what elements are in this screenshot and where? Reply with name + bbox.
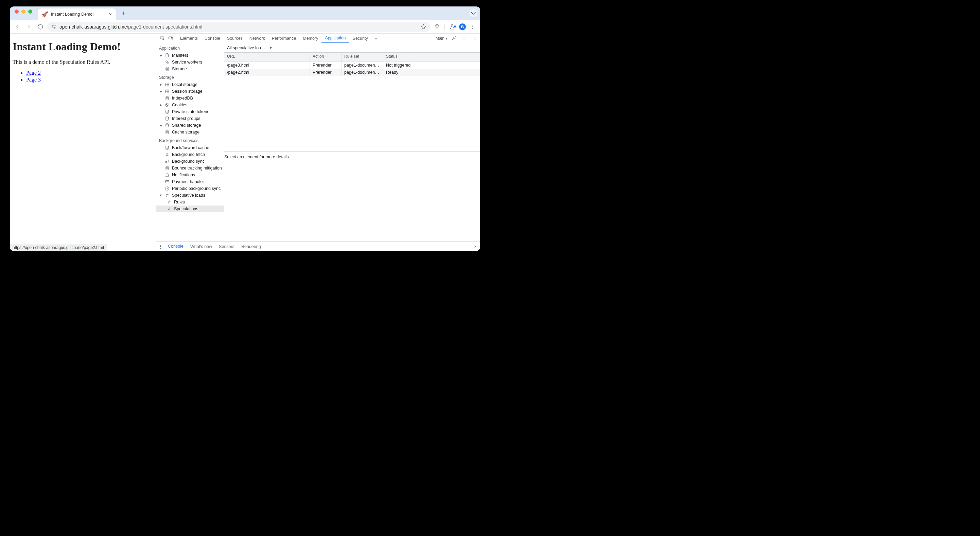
devtools-tabstrip: Elements Console Sources Network Perform… bbox=[156, 33, 480, 43]
close-window-icon[interactable] bbox=[14, 10, 19, 14]
application-main: All speculative loa… ▼ URL Action Rule s… bbox=[224, 43, 480, 242]
tab-overflow-button[interactable] bbox=[469, 9, 477, 17]
drawer-tab-sensors[interactable]: Sensors bbox=[215, 242, 238, 251]
drawer-kebab-icon[interactable]: ⋮ bbox=[156, 244, 164, 249]
forward-button[interactable] bbox=[24, 22, 33, 32]
speculation-filter-select[interactable]: All speculative loa… bbox=[227, 46, 266, 50]
sidebar-item[interactable]: Back/forward cache bbox=[156, 144, 224, 151]
sidebar-item[interactable]: ▼Speculative loads bbox=[156, 192, 224, 199]
close-tab-icon[interactable]: × bbox=[109, 11, 112, 17]
devtools-tab-sources[interactable]: Sources bbox=[224, 33, 246, 43]
devtools-tab-application[interactable]: Application bbox=[321, 33, 349, 43]
sidebar-item[interactable]: Interest groups bbox=[156, 115, 224, 122]
svg-point-13 bbox=[453, 38, 454, 39]
browser-window: 🚀 Instant Loading Demo! × + open-chalk-a… bbox=[10, 6, 480, 251]
browser-tab[interactable]: 🚀 Instant Loading Demo! × bbox=[38, 8, 116, 20]
sidebar-item[interactable]: Private state tokens bbox=[156, 108, 224, 115]
devtools-target-selector[interactable]: Main ▾ bbox=[436, 36, 447, 41]
sidebar-item[interactable]: Background fetch bbox=[156, 151, 224, 158]
devtools-tab-performance[interactable]: Performance bbox=[269, 33, 300, 43]
devtools-settings-icon[interactable] bbox=[450, 36, 458, 41]
content-area: Instant Loading Demo! This is a demo of … bbox=[10, 33, 480, 251]
col-action[interactable]: Action bbox=[310, 52, 342, 61]
maximize-window-icon[interactable] bbox=[28, 10, 32, 14]
chevron-down-icon[interactable]: ▼ bbox=[159, 194, 162, 197]
devtools-close-icon[interactable] bbox=[470, 36, 478, 41]
dropdown-icon[interactable]: ▼ bbox=[269, 46, 273, 50]
devtools-tab-elements[interactable]: Elements bbox=[177, 33, 201, 43]
devtools-tab-network[interactable]: Network bbox=[246, 33, 269, 43]
devtools-kebab-icon[interactable] bbox=[460, 36, 468, 41]
bookmark-icon[interactable] bbox=[420, 24, 427, 30]
device-toolbar-icon[interactable] bbox=[167, 33, 175, 43]
devtools-tab-memory[interactable]: Memory bbox=[299, 33, 321, 43]
swap-icon bbox=[164, 192, 170, 198]
sidebar-item[interactable]: ▶Cookies bbox=[156, 102, 224, 108]
extensions-icon[interactable] bbox=[432, 22, 442, 32]
db-icon bbox=[164, 145, 170, 151]
sidebar-item-label: Manifest bbox=[172, 53, 188, 58]
profile-avatar[interactable]: B bbox=[459, 24, 466, 30]
address-bar[interactable]: open-chalk-asparagus.glitch.me/page1-doc… bbox=[47, 22, 430, 32]
cell-action: Prerender bbox=[310, 68, 342, 76]
minimize-window-icon[interactable] bbox=[21, 10, 25, 14]
col-rule[interactable]: Rule set bbox=[342, 52, 383, 61]
sidebar-item[interactable]: Background sync bbox=[156, 158, 224, 165]
sidebar-item[interactable]: ▶Session storage bbox=[156, 88, 224, 95]
site-settings-icon[interactable] bbox=[51, 24, 57, 30]
devtools-tab-console[interactable]: Console bbox=[201, 33, 224, 43]
back-button[interactable] bbox=[13, 22, 22, 32]
page-intro: This is a demo of the Speculation Rules … bbox=[13, 59, 156, 65]
db-icon bbox=[164, 165, 170, 171]
svg-point-33 bbox=[166, 110, 169, 111]
sidebar-item[interactable]: Service workers bbox=[156, 59, 224, 65]
db-icon bbox=[164, 66, 170, 72]
svg-point-30 bbox=[167, 104, 167, 105]
chevron-right-icon[interactable]: ▶ bbox=[159, 103, 162, 107]
db-icon bbox=[164, 129, 170, 135]
sidebar-item[interactable]: Payment handler bbox=[156, 178, 224, 185]
sidebar-group-header: Application bbox=[156, 43, 224, 52]
page-link[interactable]: Page 2 bbox=[26, 70, 41, 76]
drawer-close-icon[interactable]: × bbox=[471, 244, 480, 249]
devtools-drawer: ⋮ Console What's new Sensors Rendering × bbox=[156, 242, 480, 251]
chevron-right-icon[interactable]: ▶ bbox=[159, 124, 162, 127]
sidebar-item[interactable]: Notifications bbox=[156, 172, 224, 178]
drawer-tab-rendering[interactable]: Rendering bbox=[238, 242, 264, 251]
sidebar-item[interactable]: Storage bbox=[156, 65, 224, 72]
page-link[interactable]: Page 3 bbox=[26, 77, 41, 83]
col-url[interactable]: URL bbox=[224, 52, 310, 61]
devtools-tab-overflow[interactable]: » bbox=[371, 33, 380, 43]
reload-button[interactable] bbox=[36, 22, 45, 32]
inspect-element-icon[interactable] bbox=[158, 33, 167, 43]
sidebar-item[interactable]: Rules bbox=[156, 199, 224, 205]
sidebar-item-label: Background fetch bbox=[172, 152, 205, 157]
sidebar-item[interactable]: ▶Shared storage bbox=[156, 122, 224, 129]
sidebar-item-label: Background sync bbox=[172, 159, 205, 164]
sidebar-item-label: Cookies bbox=[172, 103, 187, 107]
devtools-tab-security[interactable]: Security bbox=[349, 33, 371, 43]
sidebar-item[interactable]: ▶Local storage bbox=[156, 81, 224, 88]
labs-icon[interactable] bbox=[447, 22, 457, 32]
sidebar-item[interactable]: Bounce tracking mitigation bbox=[156, 165, 224, 172]
sidebar-item[interactable]: ▶Manifest bbox=[156, 52, 224, 59]
sidebar-item-label: IndexedDB bbox=[172, 96, 193, 100]
sidebar-item[interactable]: Cache storage bbox=[156, 129, 224, 135]
chevron-right-icon[interactable]: ▶ bbox=[159, 54, 162, 57]
drawer-tab-console[interactable]: Console bbox=[164, 242, 187, 251]
chevron-right-icon[interactable]: ▶ bbox=[159, 90, 162, 93]
new-tab-button[interactable]: + bbox=[119, 8, 128, 18]
table-row[interactable]: /page2.htmlPrerenderpage1-document-…Read… bbox=[224, 68, 480, 76]
cell-status: Not triggered bbox=[383, 62, 480, 69]
window-controls bbox=[13, 10, 35, 17]
table-row[interactable]: /page3.htmlPrerenderpage1-document-…Not … bbox=[224, 62, 480, 68]
col-status[interactable]: Status bbox=[383, 52, 480, 61]
chrome-menu-icon[interactable] bbox=[468, 22, 477, 32]
sidebar-item[interactable]: Speculations bbox=[156, 205, 224, 212]
svg-point-38 bbox=[166, 167, 169, 168]
sidebar-item[interactable]: Periodic background sync bbox=[156, 185, 224, 192]
chevron-right-icon[interactable]: ▶ bbox=[159, 83, 162, 86]
sidebar-item-label: Interest groups bbox=[172, 116, 200, 121]
drawer-tab-whatsnew[interactable]: What's new bbox=[187, 242, 215, 251]
sidebar-item[interactable]: IndexedDB bbox=[156, 95, 224, 102]
